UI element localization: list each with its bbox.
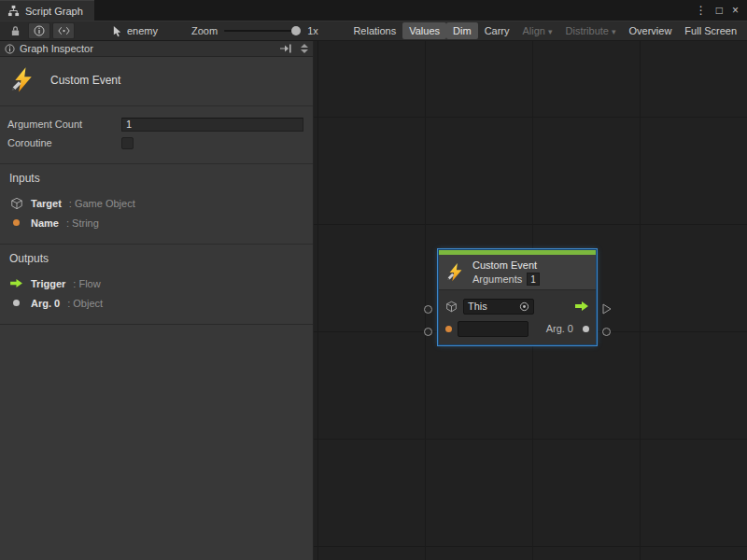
code-icon (57, 25, 71, 36)
graph-reference[interactable]: enemy (112, 25, 158, 37)
lock-icon (10, 25, 21, 37)
scroll-up-icon[interactable] (301, 44, 308, 48)
graph-inspector-panel: Graph Inspector (0, 41, 314, 560)
toolbar-buttons: Relations Values Dim Carry Align▾ Distri… (346, 21, 743, 40)
argument-count-input[interactable] (121, 118, 303, 132)
custom-event-node[interactable]: Custom Event Arguments 1 (438, 249, 597, 345)
zoom-level-value: 1x (307, 25, 318, 36)
values-button[interactable]: Values (402, 22, 446, 39)
unit-fields: Argument Count Coroutine (0, 106, 313, 164)
node-header[interactable]: Custom Event Arguments 1 (439, 255, 596, 289)
node-body: This (439, 289, 596, 344)
custom-event-icon (445, 262, 466, 283)
inspector-scroll-stepper[interactable] (301, 44, 308, 53)
node-title: Custom Event (472, 259, 540, 271)
arg0-input[interactable] (458, 321, 529, 337)
distribute-label: Distribute (566, 25, 609, 36)
graph-toolbar: enemy Zoom 1x Relations Values Dim Carry… (0, 21, 747, 41)
target-input-port[interactable] (424, 305, 432, 314)
trigger-output-port[interactable] (602, 303, 612, 315)
fullscreen-button[interactable]: Full Screen (678, 22, 743, 39)
info-icon (5, 44, 15, 54)
port-type: : Object (67, 298, 103, 309)
align-label: Align (523, 25, 545, 36)
string-dot-icon (13, 219, 20, 226)
inspector-toggle-button[interactable] (28, 22, 50, 39)
selected-unit-title: Custom Event (50, 74, 120, 87)
inputs-title: Inputs (9, 172, 303, 185)
tab-script-graph[interactable]: Script Graph (0, 0, 94, 21)
arg0-output-port[interactable] (602, 328, 611, 336)
object-picker-icon[interactable] (519, 301, 529, 312)
arg0-port-label: Arg. 0 (546, 323, 573, 334)
port-type: : Game Object (69, 198, 135, 209)
outputs-title: Outputs (9, 252, 303, 265)
outputs-section: Outputs Trigger : Flow Arg. 0 : Obj (0, 245, 313, 325)
flow-arrow-icon[interactable] (574, 301, 589, 312)
target-dropdown-value: This (468, 301, 487, 312)
port-row-trigger: Trigger : Flow (9, 273, 303, 293)
port-type: : Flow (73, 278, 100, 289)
overview-button[interactable]: Overview (623, 22, 679, 39)
coroutine-checkbox[interactable] (121, 137, 134, 149)
custom-event-icon (9, 66, 37, 94)
distribute-dropdown-button[interactable]: Distribute▾ (559, 22, 623, 39)
info-icon (34, 25, 45, 36)
port-name: Target (31, 198, 62, 209)
window-maximize-button[interactable]: □ (716, 5, 723, 16)
cube-icon (10, 197, 23, 210)
script-graph-icon (7, 5, 20, 17)
port-type: : String (66, 217, 99, 229)
align-dropdown-button[interactable]: Align▾ (516, 22, 559, 39)
node-arguments-label: Arguments (472, 273, 522, 285)
string-dot-icon[interactable] (445, 326, 452, 332)
carry-button[interactable]: Carry (478, 22, 516, 39)
object-dot-icon (13, 300, 20, 306)
zoom-slider-handle[interactable] (291, 26, 301, 35)
dim-button[interactable]: Dim (446, 22, 478, 39)
zoom-label: Zoom (191, 25, 218, 36)
cube-icon (445, 301, 458, 313)
argument-count-row: Argument Count (7, 115, 303, 133)
scroll-down-icon[interactable] (301, 49, 308, 53)
node-arguments-value[interactable]: 1 (527, 273, 540, 286)
unity-script-graph-window: Script Graph ⋮ □ × (0, 0, 747, 560)
chevron-down-icon: ▾ (612, 27, 616, 36)
dock-icon[interactable] (279, 43, 292, 54)
graph-inspector-header: Graph Inspector (0, 41, 313, 57)
pointer-icon (112, 25, 122, 37)
code-view-button[interactable] (52, 22, 75, 39)
window-titlebar: Script Graph ⋮ □ × (0, 0, 747, 21)
selected-unit-header: Custom Event (0, 57, 313, 106)
coroutine-label: Coroutine (7, 137, 121, 148)
port-name: Trigger (31, 278, 65, 289)
zoom-control: Zoom 1x (191, 25, 318, 36)
window-controls: ⋮ □ × (687, 0, 747, 21)
port-row-target: Target : Game Object (9, 193, 303, 213)
chevron-down-icon: ▾ (548, 27, 553, 36)
window-close-button[interactable]: × (732, 5, 739, 16)
inspector-title: Graph Inspector (20, 43, 93, 54)
port-row-name: Name : String (9, 213, 303, 232)
graph-canvas[interactable]: Custom Event Arguments 1 (314, 41, 747, 560)
coroutine-row: Coroutine (7, 133, 303, 152)
graph-name-label: enemy (127, 25, 158, 36)
name-input-port[interactable] (424, 328, 432, 336)
tab-title: Script Graph (25, 6, 83, 17)
node-row-arg0: Arg. 0 (445, 319, 589, 338)
target-dropdown[interactable]: This (463, 299, 534, 315)
flow-arrow-icon (9, 278, 23, 288)
inputs-section: Inputs Target : Game Object Na (0, 164, 313, 245)
relations-button[interactable]: Relations (346, 22, 402, 39)
object-dot-icon[interactable] (583, 326, 589, 332)
lock-button[interactable] (4, 22, 26, 39)
port-row-arg0: Arg. 0 : Object (9, 293, 303, 313)
node-row-target: This (445, 297, 589, 315)
port-name: Name (31, 217, 59, 229)
port-name: Arg. 0 (31, 298, 60, 309)
argument-count-label: Argument Count (7, 119, 121, 130)
window-menu-button[interactable]: ⋮ (696, 5, 707, 16)
zoom-slider[interactable] (224, 30, 301, 32)
